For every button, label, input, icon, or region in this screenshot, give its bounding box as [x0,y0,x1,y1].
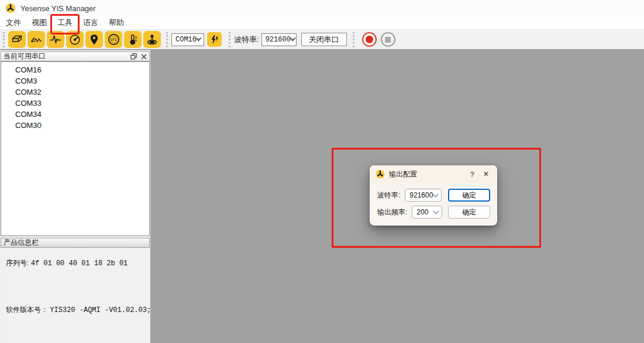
dialog-help-button[interactable]: ? [466,170,478,179]
cube-3d-icon[interactable] [8,31,26,48]
stop-icon [385,37,391,43]
list-item-port[interactable]: COM30 [1,120,149,131]
content-area: 当前可用串口 COM16 COM3 COM32 COM33 [0,50,644,343]
dialog-body: 波特率: 921600 确定 输出频率: 200 确定 [370,183,497,219]
chevron-down-icon [433,208,439,214]
app-window: Yesense YIS Manager 文件 视图 工具 语言 帮助 [0,0,644,343]
menu-language[interactable]: 语言 [78,16,103,30]
utc-clock-icon[interactable]: UTC [105,31,122,48]
dialog-freq-value: 200 [412,208,428,216]
baud-confirm-button[interactable]: 确定 [448,189,490,202]
close-serial-port-button[interactable]: 关闭串口 [301,33,347,46]
dialog-freq-label: 输出频率: [377,207,407,217]
svg-text:UTC: UTC [110,37,116,41]
baud-rate-value: 921600 [262,36,291,44]
thermometer-icon[interactable] [124,31,142,48]
baud-rate-select[interactable]: 921600 [261,33,297,46]
location-pin-icon[interactable] [85,31,103,48]
dialog-close-button[interactable]: × [478,169,494,179]
title-bar: Yesense YIS Manager [0,0,644,16]
app-logo-icon [5,3,16,13]
product-info-body: 序列号: 4f 01 00 40 01 18 2b 01 软件版本号： YIS3… [1,248,150,343]
gyro-icon[interactable] [143,31,161,48]
available-ports-list: COM16 COM3 COM32 COM33 COM34 COM30 [1,61,150,236]
menu-help[interactable]: 帮助 [104,16,129,30]
list-item-port[interactable]: COM3 [1,75,149,86]
toolbar-grip[interactable] [166,32,168,47]
main-workspace: 输出配置 ? × 波特率: 921600 确定 输出频率: [150,50,644,343]
dialog-app-icon [376,169,385,179]
record-icon [366,36,373,43]
output-rate-config-row: 输出频率: 200 确定 [377,206,490,219]
menu-tools[interactable]: 工具 [53,16,77,30]
baud-rate-label: 波特率: [234,34,259,45]
record-button[interactable] [362,32,377,47]
waveform-icon[interactable] [47,31,64,48]
chevron-down-icon [433,191,439,197]
serial-ports-panel: 当前可用串口 COM16 COM3 COM32 COM33 [0,50,150,343]
port-select-value: COM16 [172,36,197,44]
dialog-title: 输出配置 [389,169,417,179]
software-version-label: 软件版本号： [6,306,48,314]
menu-file[interactable]: 文件 [1,16,26,30]
list-item-port[interactable]: COM33 [1,98,149,109]
window-title: Yesense YIS Manager [20,4,96,13]
toolbar-grip[interactable] [229,32,231,47]
list-item-port[interactable]: COM32 [1,86,149,98]
list-item-port[interactable]: COM16 [1,64,149,75]
menu-view[interactable]: 视图 [27,16,51,30]
toolbar-grip[interactable] [353,32,355,47]
serial-number-value: 4f 01 00 40 01 18 2b 01 [31,259,128,268]
list-item-port[interactable]: COM34 [1,109,149,120]
ports-panel-title: 当前可用串口 [1,51,46,61]
dialog-freq-select[interactable]: 200 [412,206,442,219]
toolbar-grip[interactable] [3,32,5,47]
dialog-title-bar[interactable]: 输出配置 ? × [370,165,497,183]
product-info-header: 产品信息栏 [1,238,150,248]
baud-rate-config-row: 波特率: 921600 确定 [377,189,490,202]
menu-bar: 文件 视图 工具 语言 帮助 [0,16,644,29]
port-select[interactable]: COM16 [171,33,204,46]
stop-button[interactable] [381,32,395,47]
serial-number-row: 序列号: 4f 01 00 40 01 18 2b 01 [6,258,128,268]
dialog-baud-select[interactable]: 921600 [405,189,442,202]
software-version-row: 软件版本号： YIS320 -AQMI -V01.02.03; [6,305,151,315]
output-config-dialog: 输出配置 ? × 波特率: 921600 确定 输出频率: [370,165,497,226]
product-info-title: 产品信息栏 [1,238,39,248]
chevron-down-icon [290,36,295,41]
freq-confirm-button[interactable]: 确定 [448,206,490,219]
float-panel-button[interactable] [128,52,139,61]
software-version-value: YIS320 -AQMI -V01.02.03; [50,306,151,314]
gauge-icon[interactable] [66,31,84,48]
angle-wave-icon[interactable] [27,31,45,48]
refresh-ports-button[interactable] [207,32,222,47]
toolbar: UTC COM16 [0,29,644,50]
serial-number-label: 序列号: [6,259,29,267]
dialog-baud-value: 921600 [405,191,433,199]
dialog-baud-label: 波特率: [377,190,400,200]
ports-panel-header: 当前可用串口 [1,51,150,61]
close-panel-button[interactable] [139,52,149,61]
chevron-down-icon [196,36,202,41]
